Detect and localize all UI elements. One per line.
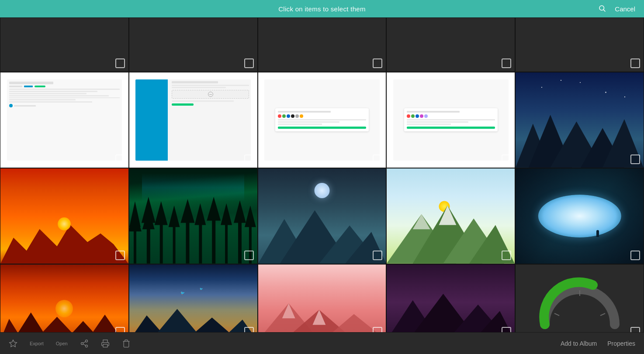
grid-row-1: [0, 17, 644, 72]
svg-point-62: [81, 342, 83, 344]
svg-line-65: [83, 341, 86, 343]
cell-checkbox[interactable]: [244, 155, 254, 164]
grid-cell-mountains-day[interactable]: [386, 168, 515, 264]
svg-rect-14: [160, 219, 163, 264]
grid-row-4: 🐦 🐦: [0, 264, 644, 332]
grid-cell-sunset[interactable]: [0, 168, 129, 264]
svg-marker-38: [439, 206, 457, 225]
grid-area: 🐦 🐦: [0, 17, 644, 332]
star-icon: [9, 339, 17, 348]
svg-rect-24: [225, 219, 228, 264]
grid-cell[interactable]: [0, 17, 129, 72]
svg-rect-22: [212, 214, 215, 264]
grid-cell-screenshot-3[interactable]: [258, 72, 387, 168]
grid-cell[interactable]: [515, 17, 644, 72]
cell-checkbox[interactable]: [630, 327, 640, 332]
cell-checkbox[interactable]: [373, 155, 382, 164]
svg-marker-21: [194, 203, 206, 225]
cell-checkbox[interactable]: [502, 251, 511, 260]
svg-rect-20: [199, 219, 202, 264]
grid-cell-mountains-pink[interactable]: [258, 264, 387, 332]
search-button[interactable]: [598, 4, 606, 14]
svg-marker-15: [155, 201, 168, 225]
cell-checkbox[interactable]: [502, 327, 511, 332]
open-label: Open: [56, 341, 68, 346]
grid-cell-forest[interactable]: [129, 168, 258, 264]
print-icon-button[interactable]: [101, 339, 110, 348]
top-bar-title: Click on items to select them: [278, 5, 366, 13]
svg-marker-46: [151, 309, 204, 332]
share-icon-button[interactable]: [80, 339, 89, 348]
grid-cell-screenshot-2[interactable]: [129, 72, 258, 168]
svg-point-0: [599, 6, 604, 10]
trash-icon: [122, 339, 131, 348]
cell-checkbox[interactable]: [630, 58, 640, 68]
grid-cell-mountains-dark2[interactable]: [386, 264, 515, 332]
svg-rect-26: [238, 217, 242, 264]
cell-checkbox[interactable]: [502, 155, 511, 164]
grid-cell-cave[interactable]: [515, 168, 644, 264]
svg-marker-29: [245, 206, 256, 227]
cell-checkbox[interactable]: [115, 155, 125, 164]
cancel-button[interactable]: Cancel: [615, 5, 635, 13]
trash-icon-button[interactable]: [122, 339, 131, 348]
add-to-album-button[interactable]: Add to Album: [561, 340, 597, 347]
svg-line-64: [83, 344, 86, 345]
bottom-right-actions: Add to Album Properties: [561, 340, 635, 347]
properties-button[interactable]: Properties: [607, 340, 635, 347]
cell-checkbox[interactable]: [373, 58, 382, 68]
cell-checkbox[interactable]: [630, 155, 640, 164]
print-icon: [101, 339, 110, 348]
svg-marker-23: [207, 197, 221, 220]
cell-checkbox[interactable]: [373, 251, 382, 260]
cell-checkbox[interactable]: [630, 251, 640, 260]
svg-marker-17: [168, 206, 180, 227]
star-icon-button[interactable]: [9, 339, 17, 348]
svg-line-60: [600, 313, 605, 316]
svg-line-59: [554, 313, 559, 316]
svg-marker-19: [180, 199, 194, 223]
grid-cell-night-sky[interactable]: [515, 72, 644, 168]
export-button[interactable]: Export: [30, 341, 44, 346]
svg-marker-27: [234, 200, 246, 223]
svg-rect-66: [103, 344, 107, 347]
svg-marker-7: [0, 225, 128, 264]
grid-cell-screenshot-4[interactable]: [386, 72, 515, 168]
grid-cell[interactable]: [129, 17, 258, 72]
svg-point-61: [85, 340, 87, 342]
open-button[interactable]: Open: [56, 341, 68, 346]
cell-checkbox[interactable]: [373, 327, 382, 332]
svg-marker-40: [0, 319, 22, 332]
top-bar: Click on items to select them Cancel: [0, 0, 644, 17]
svg-point-63: [85, 345, 87, 347]
cell-checkbox[interactable]: [502, 58, 511, 68]
grid-cell[interactable]: [386, 17, 515, 72]
bottom-bar: Export Open: [0, 332, 644, 354]
grid-cell-sunset-city[interactable]: [0, 264, 129, 332]
svg-marker-39: [413, 214, 430, 230]
grid-row-2: [0, 72, 644, 168]
cell-checkbox[interactable]: [115, 327, 125, 332]
grid-cell[interactable]: [258, 17, 387, 72]
cell-checkbox[interactable]: [244, 327, 254, 332]
cell-checkbox[interactable]: [115, 251, 125, 260]
cell-checkbox[interactable]: [244, 251, 254, 260]
svg-marker-41: [14, 313, 48, 332]
grid-cell-screenshot-1[interactable]: [0, 72, 129, 168]
grid-cell-mountains-night[interactable]: [258, 168, 387, 264]
cell-checkbox[interactable]: [115, 58, 125, 68]
grid-row-3: [0, 168, 644, 264]
top-bar-actions: Cancel: [598, 4, 635, 14]
cell-checkbox[interactable]: [244, 58, 254, 68]
svg-marker-25: [221, 203, 232, 225]
grid-cell-sunset-birds[interactable]: 🐦 🐦: [129, 264, 258, 332]
export-label: Export: [30, 341, 44, 346]
share-icon: [80, 339, 89, 348]
svg-rect-18: [186, 217, 189, 264]
svg-line-1: [604, 10, 606, 11]
bottom-left-actions: Export Open: [9, 339, 561, 348]
grid-cell-gauge[interactable]: [515, 264, 644, 332]
